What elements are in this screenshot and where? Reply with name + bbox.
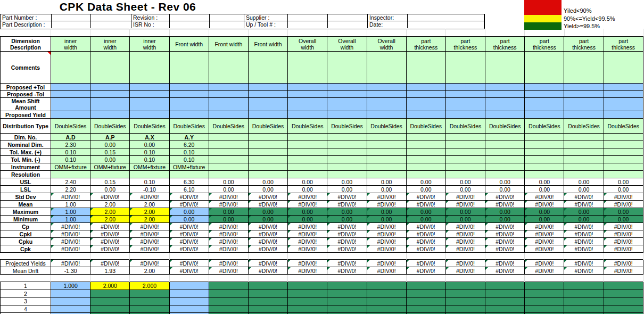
row-label-projected_yields[interactable]: Projected Yields [1, 260, 51, 267]
cell-cp-c1[interactable]: #DIV/0! [51, 223, 90, 230]
cell-r4-c9[interactable] [367, 305, 406, 313]
cell-cp-c4[interactable]: #DIV/0! [169, 223, 209, 230]
cell-r1-c12[interactable] [485, 282, 525, 290]
cell-usl-c14[interactable]: 0.00 [564, 178, 604, 186]
cell-nominal-c15[interactable] [604, 141, 643, 148]
cell-cpk-c5[interactable]: #DIV/0! [209, 245, 248, 253]
cell-mean_shift-c11[interactable] [445, 98, 485, 111]
row-label-header[interactable]: Dimension Description [1, 37, 51, 52]
cell-maximum-c6[interactable]: 0.00 [248, 208, 287, 216]
row-label-mean[interactable]: Mean [1, 201, 51, 208]
row-label-minimum[interactable]: Minimum [1, 216, 51, 223]
cell-mean_shift-c14[interactable] [564, 98, 604, 111]
cell-p_yield-c8[interactable] [327, 111, 367, 119]
cell-r4-c5[interactable] [209, 305, 248, 313]
cell-minimum-c11[interactable]: 0.00 [445, 216, 485, 223]
cell-lsl-c4[interactable]: 6.10 [169, 186, 209, 193]
cell-r2-c2[interactable] [90, 290, 130, 298]
cell-maximum-c14[interactable]: 0.00 [564, 208, 604, 216]
cell-cpk-c1[interactable]: #DIV/0! [51, 245, 90, 253]
cell-std_dev-c15[interactable]: #DIV/0! [604, 193, 643, 201]
cell-mean_drift-c6[interactable]: #DIV/0! [248, 267, 287, 275]
cell-projected_yields-c5[interactable]: #DIV/0! [209, 260, 248, 267]
cell-std_dev-c7[interactable]: #DIV/0! [288, 193, 327, 201]
cell-lsl-c1[interactable]: 2.20 [51, 186, 90, 193]
cell-mean_drift-c1[interactable]: -1.30 [51, 267, 90, 275]
cell-p_tol_plus-c9[interactable] [367, 84, 406, 91]
cell-minimum-c13[interactable]: 0.00 [525, 216, 564, 223]
cell-instrument-c4[interactable]: OMM+fixture [169, 163, 209, 171]
row-label-p_tol_plus[interactable]: Proposed +Tol [1, 84, 51, 91]
cell-cp-c10[interactable]: #DIV/0! [406, 223, 445, 230]
cell-p_tol_minus-c12[interactable] [485, 91, 525, 98]
cell-nominal-c4[interactable]: 6.20 [169, 141, 209, 148]
cell-lsl-c2[interactable]: 0.00 [90, 186, 130, 193]
cell-nominal-c13[interactable] [525, 141, 564, 148]
cell-cpk-c12[interactable]: #DIV/0! [485, 245, 525, 253]
cell-cpkl-c12[interactable]: #DIV/0! [485, 230, 525, 238]
cell-p_tol_plus-c10[interactable] [406, 84, 445, 91]
cell-r3-c15[interactable] [604, 298, 643, 305]
cell-cp-c7[interactable]: #DIV/0! [288, 223, 327, 230]
cell-mean_shift-c4[interactable] [169, 98, 209, 111]
cell-resolution-c1[interactable] [51, 171, 90, 178]
row-label-dim_no[interactable]: Dim. No. [1, 134, 51, 141]
cell-cpku-c5[interactable]: #DIV/0! [209, 238, 248, 245]
cell-r1-c3[interactable]: 2.000 [130, 282, 169, 290]
cell-lsl-c6[interactable]: 0.00 [248, 186, 287, 193]
cell-projected_yields-c11[interactable]: #DIV/0! [445, 260, 485, 267]
cell-r2-c14[interactable] [564, 290, 604, 298]
cell-minimum-c1[interactable]: 1.00 [51, 216, 90, 223]
cell-nominal-c5[interactable] [209, 141, 248, 148]
cell-mean_drift-c15[interactable]: #DIV/0! [604, 267, 643, 275]
cell-instrument-c7[interactable] [288, 163, 327, 171]
cell-std_dev-c13[interactable]: #DIV/0! [525, 193, 564, 201]
cell-mean-c11[interactable]: #DIV/0! [445, 201, 485, 208]
cell-cpku-c10[interactable]: #DIV/0! [406, 238, 445, 245]
cell-resolution-c10[interactable] [406, 171, 445, 178]
cell-comments-c1[interactable] [51, 52, 90, 84]
cell-r3-c7[interactable] [288, 298, 327, 305]
cell-tol_min-c6[interactable] [248, 156, 287, 163]
cell-mean_drift-c7[interactable]: #DIV/0! [288, 267, 327, 275]
cell-cpk-c15[interactable]: #DIV/0! [604, 245, 643, 253]
row-label-r3[interactable]: 3 [1, 298, 51, 305]
cell-instrument-c2[interactable]: OMM+fixture [90, 163, 130, 171]
cell-cpkl-c1[interactable]: #DIV/0! [51, 230, 90, 238]
cell-instrument-c6[interactable] [248, 163, 287, 171]
cell-r3-c1[interactable] [51, 298, 90, 305]
cell-comments-c7[interactable] [288, 52, 327, 84]
cell-cpku-c1[interactable]: #DIV/0! [51, 238, 90, 245]
cell-mean_drift-c12[interactable]: #DIV/0! [485, 267, 525, 275]
cell-r2-c13[interactable] [525, 290, 564, 298]
cell-cpku-c7[interactable]: #DIV/0! [288, 238, 327, 245]
cell-p_tol_plus-c7[interactable] [288, 84, 327, 91]
cell-dim_no-c4[interactable]: A.Y [169, 134, 209, 141]
cell-usl-c11[interactable]: 0.00 [445, 178, 485, 186]
cell-dim_no-c1[interactable]: A.D [51, 134, 90, 141]
cell-projected_yields-c9[interactable]: #DIV/0! [367, 260, 406, 267]
cell-comments-c15[interactable] [604, 52, 643, 84]
cell-dim_no-c9[interactable] [367, 134, 406, 141]
cell-cpk-c8[interactable]: #DIV/0! [327, 245, 367, 253]
cell-mean_drift-c5[interactable]: #DIV/0! [209, 267, 248, 275]
cell-header-c10[interactable]: part thickness [406, 37, 445, 52]
cell-dist_type-c8[interactable]: DoubleSides [327, 119, 367, 134]
cell-r1-c2[interactable]: 2.000 [90, 282, 130, 290]
cell-std_dev-c10[interactable]: #DIV/0! [406, 193, 445, 201]
cell-instrument-c10[interactable] [406, 163, 445, 171]
cell-p_tol_minus-c15[interactable] [604, 91, 643, 98]
cell-cpk-c2[interactable]: #DIV/0! [90, 245, 130, 253]
cell-lsl-c15[interactable]: 0.00 [604, 186, 643, 193]
cell-header-c12[interactable]: part thickness [485, 37, 525, 52]
cell-mean_shift-c15[interactable] [604, 98, 643, 111]
cell-r2-c3[interactable] [130, 290, 169, 298]
row-label-p_yield[interactable]: Proposed Yield [1, 111, 51, 119]
cell-projected_yields-c13[interactable]: #DIV/0! [525, 260, 564, 267]
cell-header-c2[interactable]: inner width [90, 37, 130, 52]
cell-tol_max-c2[interactable]: 0.15 [90, 148, 130, 156]
cell-tol_min-c4[interactable]: 0.10 [169, 156, 209, 163]
cell-std_dev-c9[interactable]: #DIV/0! [367, 193, 406, 201]
cell-tol_max-c1[interactable]: 0.10 [51, 148, 90, 156]
cell-r1-c11[interactable] [445, 282, 485, 290]
